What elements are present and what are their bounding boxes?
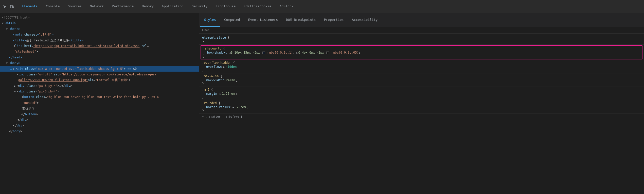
- dom-head-close[interactable]: ▼ </head>: [0, 55, 199, 60]
- style-rule-shadow: .shadow-lg { box-shadow: □0 10px 15px -3…: [201, 45, 642, 59]
- rule-selector-m5: .m-5 {: [202, 88, 641, 91]
- rule-brace-shadow-close: }: [203, 54, 640, 58]
- rule-brace-overflow-close: }: [202, 69, 641, 72]
- svg-rect-0: [10, 5, 12, 8]
- dom-body-open[interactable]: ▼ <body>: [0, 60, 199, 66]
- sub-tab-properties[interactable]: Properties: [320, 13, 348, 27]
- dom-img[interactable]: ▼ <img class="w-full" src="https://qcdn.…: [0, 72, 199, 77]
- sub-tab-bar: Styles Computed Event Listeners DOM Brea…: [199, 13, 644, 27]
- dom-body-close[interactable]: ▼ </body>: [0, 128, 199, 134]
- style-rule-m5: .m-5 { margin: ▶ 1.25rem; }: [199, 87, 644, 100]
- dom-html-open[interactable]: ▼ <html>: [0, 20, 199, 26]
- tab-performance[interactable]: Performance: [108, 0, 138, 13]
- sub-tab-computed[interactable]: Computed: [220, 13, 244, 27]
- dom-div-pb4[interactable]: ▼ <div class="px-6 pb-4">: [0, 89, 199, 94]
- filter-input[interactable]: [202, 28, 641, 32]
- dom-link[interactable]: ▼ <link href="https://unpkg.com/tailwind…: [0, 43, 199, 49]
- rule-brace-close: }: [202, 40, 641, 43]
- tab-adblock[interactable]: AdBlock: [276, 0, 298, 13]
- dom-div-main-close[interactable]: ▼ </div>: [0, 123, 199, 128]
- dom-tree: <!DOCTYPE html> ▼ <html> ▼ <head> ▼ <met…: [0, 13, 199, 136]
- rule-brace-m5-close: }: [202, 95, 641, 99]
- style-rule-element: element.style { }: [199, 35, 644, 45]
- cursor-icon[interactable]: [2, 4, 8, 9]
- tab-sources[interactable]: Sources: [64, 0, 86, 13]
- style-rule-star: * , ::after , ::before {: [199, 114, 644, 120]
- tab-security[interactable]: Security: [188, 0, 212, 13]
- tab-console[interactable]: Console: [42, 0, 64, 13]
- rule-selector-maxw: .max-w-sm {: [202, 74, 641, 78]
- main-tab-bar: Elements Console Sources Network Perform…: [0, 0, 644, 13]
- dom-doctype[interactable]: <!DOCTYPE html>: [0, 15, 199, 20]
- dom-head-open[interactable]: ▼ <head>: [0, 26, 199, 32]
- styles-content: element.style { } .shadow-lg { box-shado…: [199, 34, 644, 194]
- dom-div-selected[interactable]: … ▼ <div class="max-w-sm rounded overflo…: [0, 66, 199, 72]
- rule-prop-margin: margin: ▶ 1.25rem;: [202, 92, 641, 95]
- dom-button-close[interactable]: ▼ </button>: [0, 111, 199, 117]
- sub-tab-styles[interactable]: Styles: [200, 13, 220, 27]
- sub-tab-event-listeners[interactable]: Event Listeners: [244, 13, 282, 27]
- svg-rect-1: [13, 6, 14, 8]
- style-rule-rounded: .rounded { border-radius: ▶ .25rem; }: [199, 100, 644, 114]
- sub-tab-dom-breakpoints[interactable]: DOM Breakpoints: [282, 13, 320, 27]
- dom-panel: <!DOCTYPE html> ▼ <html> ▼ <head> ▼ <met…: [0, 13, 199, 194]
- rule-prop-border-radius: border-radius: ▶ .25rem;: [202, 105, 641, 109]
- rule-brace-rounded-close: }: [202, 109, 641, 112]
- dom-button-text[interactable]: 前往学习: [0, 106, 199, 111]
- rule-prop-box-shadow: box-shadow: □0 10px 15px -3px rgba(0,0,0…: [203, 51, 640, 54]
- filter-bar: [199, 27, 644, 34]
- main-layout: <!DOCTYPE html> ▼ <html> ▼ <head> ▼ <met…: [0, 13, 644, 194]
- sub-tab-accessibility[interactable]: Accessibility: [348, 13, 382, 27]
- rule-selector-star: * , ::after , ::before {: [202, 115, 641, 118]
- tab-memory[interactable]: Memory: [138, 0, 158, 13]
- rule-prop-maxwidth: max-width: 24rem;: [202, 78, 641, 82]
- dom-div-pb4-close[interactable]: ▼ </div>: [0, 117, 199, 123]
- rule-selector-rounded: .rounded {: [202, 101, 641, 105]
- tab-application[interactable]: Application: [158, 0, 188, 13]
- dom-meta[interactable]: ▼ <meta charset="UTF-8">: [0, 32, 199, 37]
- toolbar-icons: [2, 4, 18, 9]
- dom-div-px6[interactable]: ▶ <div class="px-6 py-4">…</div>: [0, 83, 199, 89]
- rule-prop-overflow: overflow: ▶ hidden;: [202, 65, 641, 69]
- dom-link-cont: "stylesheet">: [0, 49, 199, 54]
- device-icon[interactable]: [9, 4, 15, 9]
- dom-img-cont: gallery/2020-09/php-fullstack-880.jpg" a…: [0, 77, 199, 83]
- rule-brace-maxw-close: }: [202, 82, 641, 86]
- styles-panel: Styles Computed Event Listeners DOM Brea…: [199, 13, 644, 194]
- tab-network[interactable]: Network: [86, 0, 108, 13]
- dom-title[interactable]: ▼ <title>基于 Tailwind 渲染卡片组件</title>: [0, 38, 199, 43]
- dom-button-cont: rounded">: [0, 100, 199, 106]
- style-rule-maxw: .max-w-sm { max-width: 24rem; }: [199, 73, 644, 87]
- dom-button[interactable]: ▼ <button class="bg-blue-500 hover:bg-bl…: [0, 94, 199, 100]
- rule-selector-element: element.style {: [202, 36, 641, 39]
- tab-elements[interactable]: Elements: [18, 0, 42, 13]
- tab-lighthouse[interactable]: Lighthouse: [212, 0, 240, 13]
- rule-selector-overflow: .overflow-hidden {: [202, 61, 641, 64]
- tab-editthiscookie[interactable]: EditThisCookie: [240, 0, 276, 13]
- style-rule-overflow: .overflow-hidden { overflow: ▶ hidden; }: [199, 60, 644, 73]
- rule-selector-shadow: .shadow-lg {: [203, 47, 640, 50]
